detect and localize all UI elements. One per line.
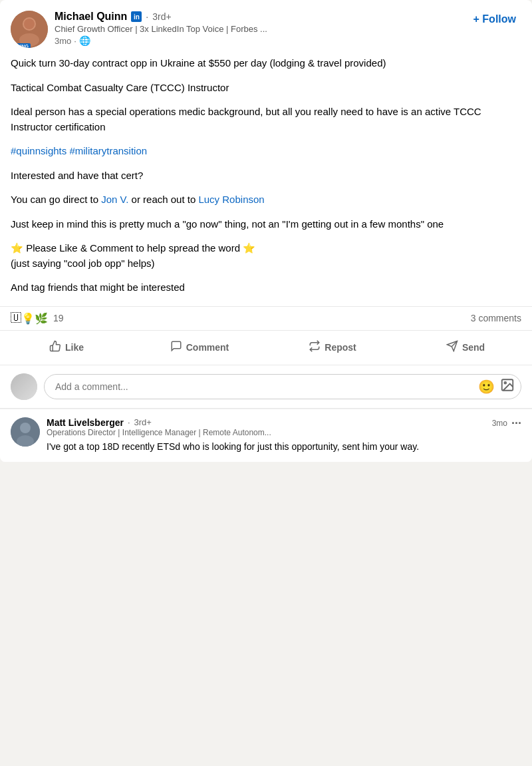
comment-text: I've got a top 18D recently ETSd who is … — [47, 440, 521, 454]
mention-lucy[interactable]: Lucy Robinson — [198, 194, 264, 205]
comment-author-info: Matt Livelsberger · 3rd+ Operations Dire… — [47, 417, 271, 437]
send-button[interactable]: Send — [399, 333, 532, 362]
author-info: Michael Quinn in · 3rd+ Chief Growth Off… — [55, 11, 267, 46]
line6-mid: or reach out to — [128, 194, 198, 205]
comments-count[interactable]: 3 comments — [471, 313, 521, 323]
comment-more-button[interactable]: ··· — [511, 417, 521, 429]
comment-section: Matt Livelsberger · 3rd+ Operations Dire… — [0, 408, 532, 462]
author-degree: 3rd+ — [152, 11, 171, 22]
svg-point-7 — [504, 381, 506, 383]
action-bar: Like Comment Repost — [0, 330, 532, 365]
globe-icon: 🌐 — [79, 35, 90, 46]
post-body: Quick turn 30-day contract opp in Ukrain… — [0, 48, 532, 306]
post-header: HIRING Michael Quinn in · 3rd+ Chief Gro… — [0, 0, 532, 48]
hashtag-militarytransition[interactable]: #militarytransition — [69, 145, 147, 156]
comment-header: Matt Livelsberger · 3rd+ Operations Dire… — [47, 417, 521, 437]
post-line-7: Just keep in mind this is pretty much a … — [11, 217, 521, 232]
author-avatar: HIRING — [11, 11, 48, 48]
repost-svg — [309, 340, 321, 352]
author-name: Michael Quinn — [55, 11, 127, 23]
svg-point-3 — [24, 19, 35, 29]
author-name-row: Michael Quinn in · 3rd+ — [55, 11, 267, 23]
comment-input-area: 🙂 — [0, 365, 532, 408]
comment-label: Comment — [186, 342, 229, 353]
mention-jon[interactable]: Jon V. — [101, 194, 128, 205]
reaction-count: 19 — [53, 313, 64, 323]
comment-input-actions: 🙂 — [478, 377, 515, 395]
post-line-6: You can go direct to Jon V. or reach out… — [11, 192, 521, 208]
author-title: Chief Growth Officer | 3x LinkedIn Top V… — [55, 24, 267, 34]
svg-point-9 — [20, 423, 31, 433]
like-button[interactable]: Like — [0, 333, 133, 362]
comment-input[interactable] — [44, 374, 521, 399]
comment-avatar-svg — [11, 417, 40, 447]
comment-content: Matt Livelsberger · 3rd+ Operations Dire… — [47, 417, 521, 454]
comment-degree: · — [128, 417, 130, 427]
like-icon — [49, 340, 61, 355]
post-card: HIRING Michael Quinn in · 3rd+ Chief Gro… — [0, 0, 532, 462]
comment-icon — [170, 340, 182, 355]
comment-meta: 3mo ··· — [492, 417, 521, 429]
hashtag-quinnsights[interactable]: #quinnsights — [11, 145, 66, 156]
reaction-emoji-3: 🌿 — [35, 312, 48, 325]
line6-pre: You can go direct to — [11, 194, 101, 205]
degree-badge: · — [146, 11, 148, 22]
reactions-left: 🇺 💡 🌿 19 — [11, 312, 64, 325]
like-label: Like — [65, 342, 84, 353]
comment-author-avatar — [11, 417, 40, 447]
commenter-avatar-img — [11, 373, 37, 400]
avatar-svg — [11, 11, 48, 48]
post-line-9: And tag friends that might be interested — [11, 280, 521, 295]
like-svg — [49, 340, 61, 352]
reaction-emojis: 🇺 💡 🌿 — [11, 312, 48, 325]
reaction-emoji-2: 💡 — [21, 312, 35, 325]
reaction-emoji-1: 🇺 — [11, 312, 21, 325]
post-line-8: ⭐ Please Like & Comment to help spread t… — [11, 241, 521, 271]
post-line-1: Quick turn 30-day contract opp in Ukrain… — [11, 56, 521, 71]
comment-item: Matt Livelsberger · 3rd+ Operations Dire… — [0, 409, 532, 462]
dot-separator: · — [74, 36, 76, 46]
post-line-5: Interested and have that cert? — [11, 168, 521, 184]
post-time: 3mo — [55, 36, 71, 46]
repost-label: Repost — [325, 342, 356, 353]
send-icon — [446, 340, 458, 355]
post-meta: 3mo · 🌐 — [55, 35, 267, 46]
linkedin-icon: in — [131, 11, 142, 22]
avatar-image — [11, 11, 48, 48]
send-label: Send — [462, 342, 485, 353]
post-hashtags[interactable]: #quinnsights #militarytransition — [11, 144, 521, 159]
hiring-badge: HIRING — [11, 43, 31, 48]
comment-author-degree: 3rd+ — [134, 417, 152, 427]
image-button[interactable] — [500, 377, 515, 395]
post-line-3: Ideal person has a special operations me… — [11, 104, 521, 134]
post-line-2: Tactical Combat Casualty Care (TCCC) Ins… — [11, 81, 521, 96]
send-svg — [446, 340, 458, 352]
commenter-avatar — [11, 373, 37, 400]
comment-author-title: Operations Director | Intelligence Manag… — [47, 428, 271, 437]
follow-button[interactable]: + Follow — [468, 11, 521, 28]
reactions-bar: 🇺 💡 🌿 19 3 comments — [0, 306, 532, 330]
comment-author-name: Matt Livelsberger — [47, 417, 124, 428]
comment-time: 3mo — [492, 419, 507, 428]
post-header-left: HIRING Michael Quinn in · 3rd+ Chief Gro… — [11, 11, 267, 48]
image-svg — [500, 377, 515, 392]
comment-button[interactable]: Comment — [133, 333, 266, 362]
emoji-button[interactable]: 🙂 — [478, 379, 495, 395]
repost-button[interactable]: Repost — [266, 333, 399, 362]
repost-icon — [309, 340, 321, 355]
comment-svg — [170, 340, 182, 352]
comment-input-wrapper: 🙂 — [44, 374, 521, 399]
